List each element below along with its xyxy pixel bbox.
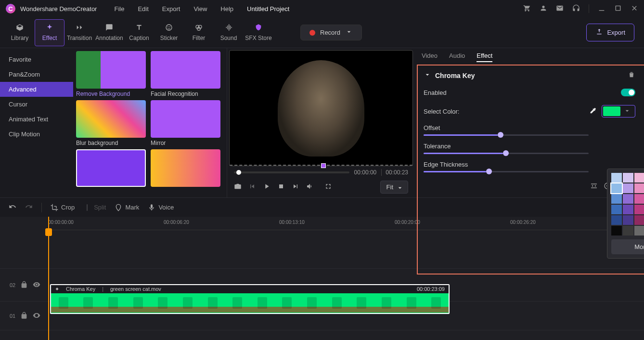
sidebar-item-animated-text[interactable]: Animated Text xyxy=(0,112,73,127)
menu-file[interactable]: File xyxy=(114,5,124,13)
color-swatch-button[interactable] xyxy=(602,105,635,118)
menu-export[interactable]: Export xyxy=(162,5,180,13)
tab-annotation[interactable]: Annotation xyxy=(94,19,124,46)
sidebar-item-cursor[interactable]: Cursor xyxy=(0,97,73,112)
right-panel: Video Audio Effect Chroma Key Enabled Se… xyxy=(415,48,644,197)
volume-icon[interactable] xyxy=(306,183,314,192)
preview-video[interactable] xyxy=(229,50,413,166)
minimize-icon[interactable] xyxy=(598,4,605,13)
sticker-icon xyxy=(165,24,173,33)
timeline-clip[interactable]: ✦ Chroma Key | green screen cat.mov 00:0… xyxy=(50,284,450,314)
export-button[interactable]: Export xyxy=(586,24,634,41)
color-cell[interactable] xyxy=(611,173,622,183)
offset-slider-row: Offset xyxy=(424,124,635,136)
lock-icon[interactable] xyxy=(20,312,28,320)
color-cell[interactable] xyxy=(634,183,644,193)
tab-library[interactable]: Library xyxy=(5,19,35,46)
lock-icon[interactable] xyxy=(20,281,28,289)
sparkle-icon xyxy=(46,24,53,33)
color-cell[interactable] xyxy=(611,194,622,204)
color-cell[interactable] xyxy=(623,183,633,193)
close-icon[interactable] xyxy=(631,4,638,13)
stop-icon[interactable] xyxy=(277,183,285,192)
timeline-ruler[interactable]: 00:00:00:00 00:00:06:20 00:00:13:10 00:0… xyxy=(48,217,644,230)
user-icon[interactable] xyxy=(540,4,547,13)
eyedropper-icon[interactable] xyxy=(589,107,597,116)
sidebar-item-advanced[interactable]: Advanced xyxy=(0,82,73,97)
ruler-tick: 00:00:13:10 xyxy=(279,220,305,225)
sidebar-item-panzoom[interactable]: Pan&Zoom xyxy=(0,67,73,82)
more-colors-button[interactable]: More... xyxy=(611,239,644,254)
mark-button[interactable]: Mark xyxy=(115,204,139,211)
delete-icon[interactable] xyxy=(628,71,635,80)
mail-icon[interactable] xyxy=(556,4,564,13)
enabled-toggle[interactable] xyxy=(621,89,635,96)
svg-point-1 xyxy=(167,26,168,27)
headset-icon[interactable] xyxy=(572,4,580,13)
crop-button[interactable]: Crop xyxy=(51,204,75,211)
fx-item-5[interactable] xyxy=(76,149,146,187)
preview-scrubber[interactable] xyxy=(234,171,349,173)
play-icon[interactable] xyxy=(263,183,270,192)
voice-button[interactable]: Voice xyxy=(148,204,174,211)
fx-facial-recognition[interactable]: Facial Recognition xyxy=(151,51,220,97)
sidebar-item-favorite[interactable]: Favorite xyxy=(0,52,73,67)
tab-sfx-store[interactable]: SFX Store xyxy=(244,19,273,46)
rp-tab-video[interactable]: Video xyxy=(422,52,438,62)
tab-sound[interactable]: Sound xyxy=(214,19,244,46)
chroma-header: Chroma Key xyxy=(424,71,635,80)
split-button[interactable]: Split xyxy=(83,204,106,211)
color-cell[interactable] xyxy=(611,226,622,235)
color-cell[interactable] xyxy=(634,194,644,204)
color-cell[interactable] xyxy=(623,215,633,225)
snapshot-icon[interactable] xyxy=(234,183,242,192)
tab-filter[interactable]: Filter xyxy=(184,19,214,46)
tab-caption[interactable]: Caption xyxy=(124,19,154,46)
color-cell[interactable] xyxy=(634,215,644,225)
menu-view[interactable]: View xyxy=(193,5,207,13)
playhead[interactable] xyxy=(48,217,49,340)
fx-remove-background[interactable]: Remove Background xyxy=(76,51,146,97)
tolerance-slider[interactable] xyxy=(424,153,589,154)
color-cell[interactable] xyxy=(611,205,622,214)
fx-item-6[interactable] xyxy=(151,149,220,187)
sidebar-item-clip-motion[interactable]: Clip Motion xyxy=(0,127,73,142)
rp-tab-audio[interactable]: Audio xyxy=(449,52,465,62)
chevron-down-icon[interactable] xyxy=(424,71,431,80)
tab-sticker[interactable]: Sticker xyxy=(154,19,184,46)
fit-width-icon[interactable] xyxy=(590,182,598,191)
export-icon xyxy=(595,28,603,37)
rp-tab-effect[interactable]: Effect xyxy=(477,52,492,62)
fit-select[interactable]: Fit xyxy=(380,181,408,194)
tab-transition[interactable]: Transition xyxy=(64,19,94,46)
color-cell[interactable] xyxy=(634,173,644,183)
redo-icon[interactable] xyxy=(25,203,33,212)
cart-icon[interactable] xyxy=(523,4,531,13)
chroma-key-panel: Chroma Key Enabled Select Color: Offset xyxy=(415,66,644,177)
clip-duration: 00:00:23:09 xyxy=(417,286,445,292)
track-number: 01 xyxy=(10,313,15,319)
tab-effect[interactable]: Effect xyxy=(35,19,64,46)
fullscreen-icon[interactable] xyxy=(324,183,332,192)
color-cell[interactable] xyxy=(611,215,622,225)
fx-mirror[interactable]: Mirror xyxy=(151,100,220,146)
edge-thickness-slider[interactable] xyxy=(424,171,589,172)
eye-icon[interactable] xyxy=(33,312,40,320)
color-cell[interactable] xyxy=(611,183,622,193)
eye-icon[interactable] xyxy=(33,281,40,289)
record-button[interactable]: Record xyxy=(300,25,362,40)
offset-slider[interactable] xyxy=(424,134,589,136)
maximize-icon[interactable] xyxy=(614,4,622,13)
prev-frame-icon[interactable] xyxy=(248,183,256,192)
color-cell[interactable] xyxy=(634,205,644,214)
menu-help[interactable]: Help xyxy=(220,5,233,13)
color-cell[interactable] xyxy=(623,205,633,214)
undo-icon[interactable] xyxy=(9,203,16,212)
color-cell[interactable] xyxy=(634,226,644,235)
fx-blur-background[interactable]: Blur background xyxy=(76,100,146,146)
color-cell[interactable] xyxy=(623,194,633,204)
next-frame-icon[interactable] xyxy=(292,183,299,192)
color-cell[interactable] xyxy=(623,226,633,235)
color-cell[interactable] xyxy=(623,173,633,183)
menu-edit[interactable]: Edit xyxy=(138,5,148,13)
